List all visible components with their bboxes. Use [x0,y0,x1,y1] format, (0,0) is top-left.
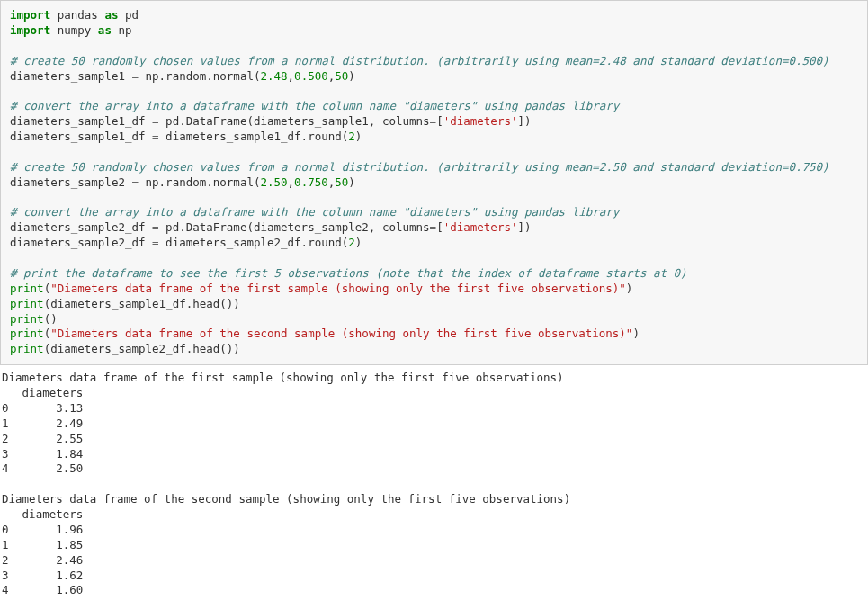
output-row: 2 2.46 [2,553,83,567]
comment: # create 50 randomly chosen values from … [10,54,829,67]
number: 0.750 [294,175,328,189]
output-column-header: diameters [2,386,83,399]
builtin-print: print [10,342,44,355]
equals: = [131,69,139,83]
keyword-as: as [104,8,118,22]
number: 2 [348,130,355,143]
string: 'diameters' [443,220,518,234]
string: "Diameters data frame of the first sampl… [50,282,626,295]
output-row: 0 3.13 [2,401,83,415]
alias: np [118,23,131,37]
alias: pd [125,8,139,22]
call: (diameters_sample1_df.head()) [44,297,240,310]
paren: ) [348,69,355,83]
number: 2.48 [260,69,287,83]
call: pd.DataFrame(diameters_sample2, columns [159,220,430,234]
output-column-header: diameters [2,507,83,521]
equals: = [152,220,159,234]
output-row: 2 2.55 [2,432,83,445]
var-assign: diameters_sample1_df [10,114,152,128]
string: "Diameters data frame of the second samp… [50,327,632,340]
paren: ]) [517,220,531,234]
call: pd.DataFrame(diameters_sample1, columns [159,114,430,128]
output-cell: Diameters data frame of the first sample… [0,365,868,600]
output-row: 3 1.62 [2,569,83,582]
output-header: Diameters data frame of the second sampl… [2,492,570,506]
paren: ) [626,282,633,295]
var-assign: diameters_sample1_df [10,130,152,143]
builtin-print: print [10,327,44,340]
comment: # print the dataframe to see the first 5… [10,266,687,280]
comma: , [288,175,295,189]
call: diameters_sample2_df.round( [159,236,349,249]
builtin-print: print [10,297,44,310]
equals: = [152,236,159,249]
output-header: Diameters data frame of the first sample… [2,371,564,384]
output-row: 4 1.60 [2,583,83,596]
keyword-as: as [98,23,112,37]
var-assign: diameters_sample2 [10,175,131,189]
comment: # convert the array into a dataframe wit… [10,99,619,112]
call: np.random.normal( [139,69,260,83]
builtin-print: print [10,312,44,326]
keyword-import: import [10,8,50,22]
paren: ) [348,175,355,189]
equals: = [152,114,159,128]
number: 50 [335,69,348,83]
equals: = [430,220,437,234]
paren: () [44,312,58,326]
builtin-print: print [10,282,44,295]
comma: , [288,69,295,83]
output-row: 1 2.49 [2,416,83,430]
output-row: 4 2.50 [2,461,83,475]
paren: ]) [517,114,531,128]
module-name: numpy [58,23,92,37]
comment: # convert the array into a dataframe wit… [10,205,619,219]
equals: = [430,114,437,128]
module-name: pandas [58,8,98,22]
bracket: [ [436,220,443,234]
number: 50 [335,175,348,189]
keyword-import: import [10,23,50,37]
equals: = [131,175,139,189]
output-row: 1 1.85 [2,538,83,551]
number: 2.50 [260,175,287,189]
code-cell[interactable]: import pandas as pd import numpy as np #… [0,0,868,365]
output-row: 0 1.96 [2,523,83,536]
comment: # create 50 randomly chosen values from … [10,160,829,174]
paren: ) [355,130,362,143]
paren: ) [632,327,640,340]
string: 'diameters' [443,114,518,128]
var-assign: diameters_sample1 [10,69,131,83]
number: 0.500 [294,69,328,83]
output-row: 3 1.84 [2,447,83,461]
call: np.random.normal( [139,175,260,189]
equals: = [152,130,159,143]
bracket: [ [436,114,443,128]
call: diameters_sample1_df.round( [159,130,349,143]
var-assign: diameters_sample2_df [10,236,152,249]
number: 2 [348,236,355,249]
call: (diameters_sample2_df.head()) [44,342,240,355]
paren: ) [355,236,362,249]
var-assign: diameters_sample2_df [10,220,152,234]
